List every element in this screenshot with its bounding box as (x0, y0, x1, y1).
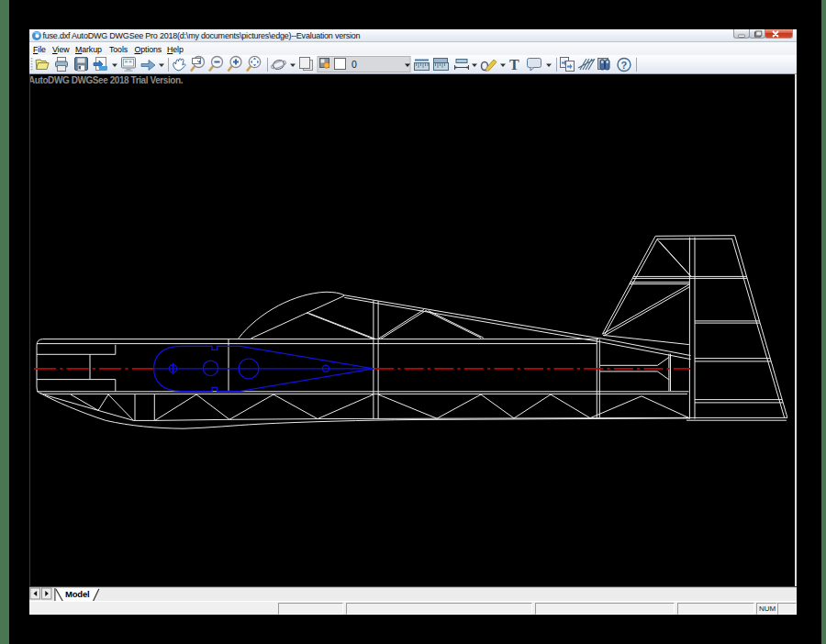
svg-text:Model: Model (65, 589, 89, 599)
svg-text:T: T (509, 57, 519, 72)
svg-text:?: ? (621, 60, 628, 71)
svg-text:0: 0 (352, 59, 357, 70)
